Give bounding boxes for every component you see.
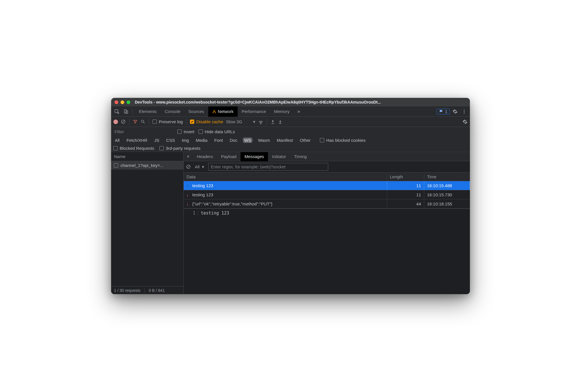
more-panels-icon[interactable]: »	[295, 108, 303, 116]
tab-label: Memory	[274, 109, 290, 114]
kebab-menu-icon[interactable]	[460, 108, 468, 116]
third-party-checkbox[interactable]: 3rd-party requests	[159, 146, 201, 151]
tab-label: Elements	[139, 109, 157, 114]
blocked-requests-checkbox[interactable]: Blocked Requests	[113, 146, 154, 151]
third-party-label: 3rd-party requests	[166, 146, 201, 151]
tab-elements[interactable]: Elements	[135, 106, 161, 117]
tab-sources[interactable]: Sources	[185, 106, 208, 117]
maximize-window-button[interactable]	[127, 100, 130, 104]
message-content: testing 123	[201, 211, 229, 216]
traffic-lights	[115, 100, 130, 104]
disable-cache-checkbox[interactable]: Disable cache	[190, 119, 223, 124]
type-filter-media[interactable]: Media	[194, 138, 209, 143]
tab-network[interactable]: Network	[208, 106, 238, 117]
message-row[interactable]: ↓testing 1231116:10:15.730	[184, 190, 470, 199]
hide-data-urls-label: Hide data URLs	[205, 129, 235, 134]
col-time[interactable]: Time	[424, 174, 470, 179]
detail-tab-headers[interactable]: Headers	[193, 152, 217, 161]
minimize-window-button[interactable]	[121, 100, 124, 104]
status-bar: 1 / 30 requests 0 B / 841	[111, 286, 183, 294]
col-data[interactable]: Data	[184, 174, 387, 179]
blocked-requests-label: Blocked Requests	[120, 146, 154, 151]
svg-rect-4	[214, 112, 214, 112]
clear-messages-icon[interactable]	[186, 164, 191, 169]
resource-type-filters: AllFetch/XHRJSCSSImgMediaFontDocWSWasmMa…	[113, 138, 468, 143]
type-filter-js[interactable]: JS	[153, 138, 161, 143]
message-row[interactable]: ↓{"url":"ok","retryable":true,"method":"…	[184, 199, 470, 209]
type-filter-fetchxhr[interactable]: Fetch/XHR	[125, 138, 149, 143]
window-title: DevTools - www.piesocket.com/websocket-t…	[135, 100, 466, 104]
invert-label: Invert	[184, 129, 195, 134]
inspect-element-icon[interactable]	[113, 108, 121, 116]
hide-data-urls-checkbox[interactable]: Hide data URLs	[199, 129, 235, 134]
type-filter-css[interactable]: CSS	[165, 138, 177, 143]
upload-har-icon[interactable]	[271, 120, 275, 124]
detail-tab-payload[interactable]: Payload	[217, 152, 241, 161]
code-line: 1 testing 123	[184, 211, 470, 216]
type-filter-font[interactable]: Font	[213, 138, 224, 143]
issues-badge[interactable]: 1	[436, 109, 450, 114]
request-name: channel_1?api_key=...	[121, 163, 164, 168]
tab-performance[interactable]: Performance	[238, 106, 270, 117]
search-icon[interactable]	[141, 119, 145, 124]
tab-console[interactable]: Console	[161, 106, 185, 117]
filter-icon[interactable]	[133, 119, 138, 124]
throttling-select[interactable]: Slow 3G ▾	[226, 119, 255, 124]
request-item[interactable]: channel_1?api_key=...	[111, 161, 183, 170]
clear-icon[interactable]	[121, 119, 126, 124]
message-length: 44	[387, 199, 424, 208]
devtools-window: DevTools - www.piesocket.com/websocket-t…	[111, 98, 470, 294]
dropdown-icon: ▾	[202, 164, 204, 169]
arrow-down-icon: ↓	[187, 201, 190, 206]
name-column-header[interactable]: Name	[111, 152, 183, 161]
tab-memory[interactable]: Memory	[270, 106, 294, 117]
type-filter-manifest[interactable]: Manifest	[275, 138, 294, 143]
invert-checkbox[interactable]: Invert	[177, 129, 195, 134]
svg-point-7	[464, 112, 465, 113]
type-filter-ws[interactable]: WS	[243, 138, 253, 143]
preserve-log-checkbox[interactable]: Preserve log	[153, 119, 183, 124]
record-button[interactable]	[113, 120, 118, 124]
message-detail-viewer: 1 testing 123	[184, 209, 470, 294]
type-filter-all[interactable]: All	[113, 138, 121, 143]
message-row[interactable]: ↑testing 1231116:10:15.488	[184, 181, 470, 190]
type-filter-img[interactable]: Img	[180, 138, 190, 143]
download-har-icon[interactable]	[278, 120, 283, 124]
type-filter-wasm[interactable]: Wasm	[257, 138, 271, 143]
regex-filter-input[interactable]	[208, 163, 328, 171]
settings-icon[interactable]	[451, 108, 459, 116]
tab-label: Console	[165, 109, 181, 114]
detail-tabs: × HeadersPayloadMessagesInitiatorTiming	[184, 152, 470, 161]
checkbox-icon	[153, 120, 157, 124]
message-data: {"url":"ok","retryable":true,"method":"P…	[192, 201, 273, 206]
type-filter-doc[interactable]: Doc	[228, 138, 239, 143]
dropdown-icon: ▾	[253, 119, 255, 124]
network-settings-icon[interactable]	[462, 119, 468, 124]
svg-point-9	[141, 120, 144, 123]
col-length[interactable]: Length	[387, 174, 424, 179]
tab-label: Network	[218, 109, 234, 114]
checkbox-checked-icon	[190, 120, 194, 124]
checkbox-icon	[114, 163, 118, 167]
svg-rect-3	[214, 111, 214, 112]
type-filter-other[interactable]: Other	[298, 138, 312, 143]
network-conditions-icon[interactable]	[258, 119, 263, 124]
message-filter-dropdown[interactable]: All ▾	[194, 164, 205, 170]
messages-toolbar: All ▾	[184, 161, 470, 173]
requests-count: 1 / 30 requests	[114, 288, 141, 293]
device-toolbar-icon[interactable]	[122, 108, 130, 116]
filter-input[interactable]	[113, 129, 173, 135]
titlebar: DevTools - www.piesocket.com/websocket-t…	[111, 98, 470, 106]
issues-count: 1	[445, 109, 447, 114]
detail-tab-initiator[interactable]: Initiator	[268, 152, 290, 161]
request-list-pane: Name channel_1?api_key=... 1 / 30 reques…	[111, 152, 184, 294]
detail-tab-timing[interactable]: Timing	[290, 152, 311, 161]
close-detail-icon[interactable]: ×	[184, 154, 193, 159]
divider	[132, 108, 133, 115]
detail-tab-messages[interactable]: Messages	[241, 152, 268, 161]
close-window-button[interactable]	[115, 100, 118, 104]
warning-icon	[212, 110, 216, 114]
line-number: 1	[184, 211, 198, 216]
arrow-up-icon: ↑	[187, 183, 190, 188]
has-blocked-cookies-checkbox[interactable]: Has blocked cookies	[320, 138, 366, 143]
